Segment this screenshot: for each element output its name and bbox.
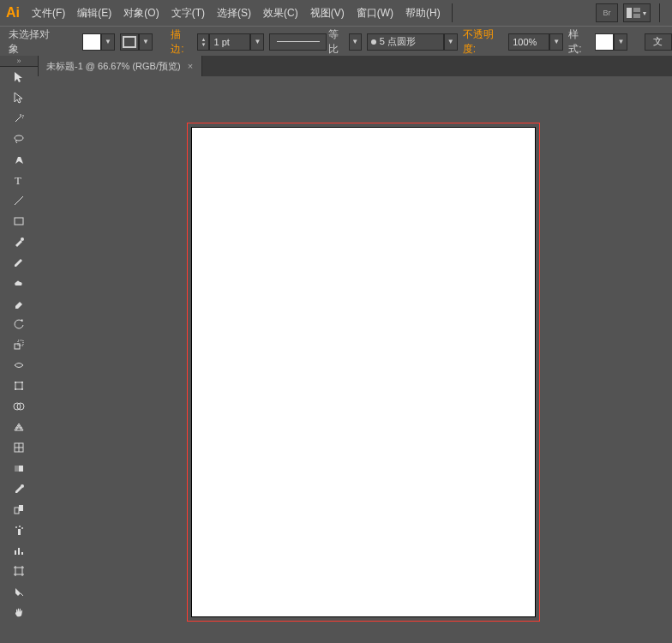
fill-swatch[interactable] — [82, 33, 101, 51]
svg-rect-27 — [15, 550, 16, 555]
column-graph-tool[interactable] — [9, 540, 29, 561]
svg-text:T: T — [15, 174, 21, 186]
svg-rect-30 — [15, 568, 22, 574]
selection-tool[interactable] — [9, 67, 29, 87]
menu-bar: Ai 文件(F) 编辑(E) 对象(O) 文字(T) 选择(S) 效果(C) 视… — [0, 0, 672, 27]
free-transform-tool[interactable] — [9, 376, 29, 396]
rectangle-tool[interactable] — [9, 211, 29, 231]
hand-tool[interactable] — [9, 602, 29, 622]
paintbrush-tool[interactable] — [9, 231, 29, 252]
fill-swatch-group[interactable]: ▼ — [82, 33, 115, 51]
menu-effect[interactable]: 效果(C) — [257, 0, 304, 26]
svg-point-20 — [21, 484, 24, 488]
line-tool[interactable] — [9, 190, 29, 211]
bridge-button[interactable]: Br — [596, 3, 618, 22]
style-dropdown[interactable]: ▼ — [614, 33, 627, 51]
opacity-dropdown[interactable]: ▼ — [549, 33, 563, 51]
fill-dropdown[interactable]: ▼ — [101, 33, 115, 51]
brush-definition[interactable]: 5 点圆形 — [367, 33, 444, 51]
eyedropper-tool[interactable] — [9, 478, 29, 499]
svg-point-24 — [15, 526, 17, 528]
stroke-dropdown[interactable]: ▼ — [139, 33, 153, 51]
arrange-documents-button[interactable]: ▼ — [623, 3, 651, 22]
svg-rect-10 — [15, 382, 22, 389]
dot-icon — [371, 39, 376, 45]
brush-name: 5 点圆形 — [380, 35, 416, 48]
perspective-grid-tool[interactable] — [9, 417, 29, 437]
svg-point-26 — [21, 527, 23, 529]
svg-rect-9 — [18, 340, 23, 346]
slice-tool[interactable] — [9, 581, 29, 602]
divider — [659, 3, 660, 22]
tools-panel: » T — [0, 56, 39, 643]
stroke-weight-dropdown[interactable]: ▼ — [250, 33, 264, 51]
artboard[interactable] — [191, 127, 536, 617]
app-logo: Ai — [0, 0, 26, 26]
scale-tool[interactable] — [9, 334, 29, 355]
blend-tool[interactable] — [9, 499, 29, 520]
style-label: 样式: — [568, 27, 590, 57]
profile-dropdown[interactable]: ▼ — [349, 33, 362, 51]
stroke-swatch[interactable] — [120, 33, 139, 51]
artboard-bounds — [187, 123, 540, 622]
shape-builder-tool[interactable] — [9, 396, 29, 417]
divider — [452, 3, 453, 22]
tab-close-icon[interactable]: × — [188, 61, 193, 71]
menu-type[interactable]: 文字(T) — [165, 0, 211, 26]
opacity-label[interactable]: 不透明度: — [463, 27, 503, 57]
document-tab[interactable]: 未标题-1 @ 66.67% (RGB/预览) × — [38, 56, 202, 76]
gradient-tool[interactable] — [9, 458, 29, 478]
width-tool[interactable] — [9, 355, 29, 376]
tools-expand-handle[interactable]: » — [0, 56, 38, 67]
svg-point-7 — [21, 237, 24, 241]
direct-selection-tool[interactable] — [9, 87, 29, 108]
svg-rect-19 — [15, 466, 19, 472]
pencil-tool[interactable] — [9, 252, 29, 273]
menu-help[interactable]: 帮助(H) — [399, 0, 447, 26]
menu-view[interactable]: 视图(V) — [304, 0, 351, 26]
profile-label: 等比 — [328, 27, 347, 57]
svg-rect-21 — [15, 508, 19, 514]
brush-dropdown[interactable]: ▼ — [444, 33, 458, 51]
menu-select[interactable]: 选择(S) — [211, 0, 257, 26]
svg-rect-0 — [627, 8, 632, 18]
svg-line-5 — [15, 196, 23, 205]
pen-tool[interactable] — [9, 149, 29, 170]
menu-window[interactable]: 窗口(W) — [351, 0, 399, 26]
svg-rect-28 — [18, 548, 20, 555]
rotate-tool[interactable] — [9, 314, 29, 334]
opacity-input[interactable]: 100% — [508, 33, 549, 51]
symbol-sprayer-tool[interactable] — [9, 520, 29, 540]
style-swatch[interactable] — [595, 33, 614, 51]
artboard-tool[interactable] — [9, 561, 29, 581]
blob-brush-tool[interactable] — [9, 273, 29, 293]
control-bar: 未选择对象 ▼ ▼ 描边: ▲▼ 1 pt ▼ 等比 ▼ 5 点圆形 ▼ 不透明… — [0, 26, 672, 57]
svg-point-12 — [21, 382, 23, 383]
svg-point-14 — [21, 388, 23, 390]
profile-preview[interactable] — [269, 33, 326, 51]
svg-rect-23 — [18, 529, 21, 535]
menu-file[interactable]: 文件(F) — [26, 0, 71, 26]
svg-point-13 — [15, 388, 16, 390]
stroke-weight-input[interactable]: 1 pt — [209, 33, 250, 51]
menu-object[interactable]: 对象(O) — [117, 0, 165, 26]
svg-rect-22 — [19, 505, 23, 511]
svg-rect-29 — [21, 552, 23, 555]
document-tabs: 未标题-1 @ 66.67% (RGB/预览) × — [38, 56, 672, 77]
svg-point-11 — [15, 382, 16, 383]
svg-rect-8 — [15, 344, 20, 349]
lasso-tool[interactable] — [9, 129, 29, 149]
mesh-tool[interactable] — [9, 437, 29, 458]
stroke-label[interactable]: 描边: — [171, 27, 192, 57]
stroke-swatch-group[interactable]: ▼ — [120, 33, 153, 51]
stroke-weight-stepper[interactable]: ▲▼ — [197, 33, 209, 51]
menu-edit[interactable]: 编辑(E) — [71, 0, 117, 26]
arrange-icon — [627, 8, 640, 18]
svg-point-25 — [19, 526, 21, 527]
magic-wand-tool[interactable] — [9, 108, 29, 129]
type-tool[interactable]: T — [9, 170, 29, 190]
svg-rect-2 — [633, 14, 640, 18]
eraser-tool[interactable] — [9, 293, 29, 314]
canvas-area[interactable] — [38, 76, 672, 643]
document-setup-button[interactable]: 文 — [645, 33, 672, 51]
